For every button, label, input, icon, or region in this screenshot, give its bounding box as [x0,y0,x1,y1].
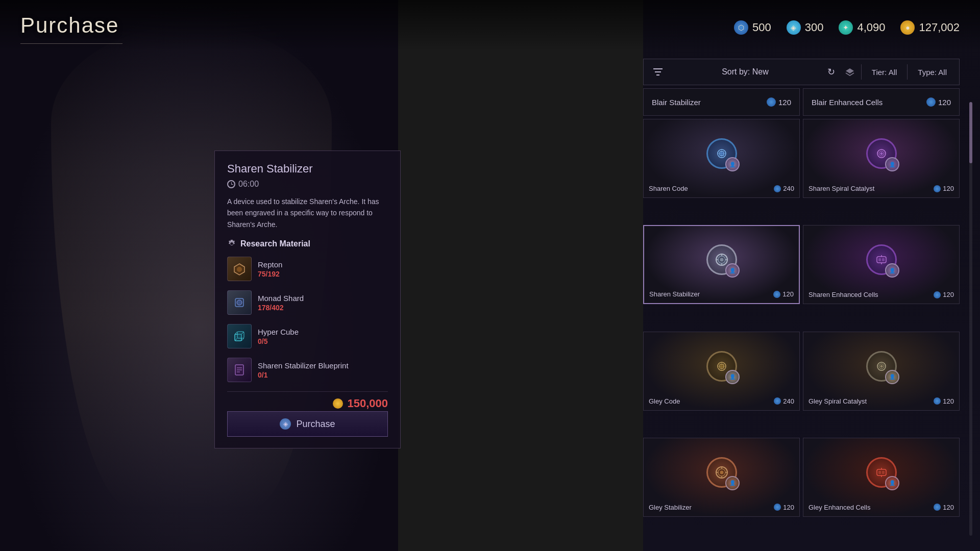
purchase-btn-label: Purchase [296,419,335,430]
gley-enhanced-cells-card[interactable]: 👤 Gley Enhanced Cells 120 [803,438,960,517]
svg-rect-30 [878,258,881,261]
light-blue-icon: ◈ [787,20,801,35]
filter-bar: Sort by: New ↻ Tier: All Type: All [643,59,960,85]
gley-spiral-avatar: 👤 [885,370,899,384]
sharen-stabilizer-card[interactable]: 👤 Sharen Stabilizer 120 [643,225,800,304]
filter-divider-2 [907,64,908,80]
svg-point-3 [237,300,242,305]
gold-value: 127,002 [919,21,960,34]
type-filter-button[interactable]: Type: All [910,59,955,85]
gley-code-avatar: 👤 [725,370,740,384]
gley-stabilizer-price-value: 120 [783,504,794,511]
research-label: Research Material [240,239,310,248]
blair-stabilizer-price: 120 [767,97,791,107]
currency-light-blue: ◈ 300 [787,20,824,35]
blair-stabilizer-price-value: 120 [778,98,791,107]
gley-stabilizer-price-icon [774,504,781,511]
blair-stabilizer-item[interactable]: Blair Stabilizer 120 [643,88,800,116]
gley-spiral-card[interactable]: 👤 Gley Spiral Catalyst 120 [803,332,960,411]
blair-enhanced-cells-price-value: 120 [938,98,951,107]
filter-divider-1 [861,64,862,80]
svg-point-38 [880,365,883,367]
detail-description: A device used to stabilize Sharen's Arch… [227,196,388,230]
svg-point-41 [720,470,723,474]
sharen-code-name: Sharen Code [649,185,688,192]
svg-rect-35 [720,364,724,368]
material-row-blueprint: Sharen Stabilizer Blueprint 0/1 [227,356,388,384]
sharen-stabilizer-price-icon [773,291,780,298]
gley-code-icon-area: 👤 [649,337,794,395]
gley-code-price-value: 240 [783,397,794,405]
svg-point-21 [880,153,883,155]
detail-item-name: Sharen Stabilizer [227,162,388,176]
svg-rect-48 [882,471,885,474]
blueprint-count: 0/1 [258,371,388,379]
gley-stabilizer-card[interactable]: 👤 Gley Stabilizer 120 [643,438,800,517]
sharen-spiral-price-icon [934,185,941,192]
material-row-monad: Monad Shard 178/402 [227,288,388,317]
repton-icon [227,257,252,281]
svg-rect-18 [720,152,724,156]
svg-point-1 [237,267,242,272]
light-blue-value: 300 [805,21,824,34]
blair-enhanced-cells-item[interactable]: Blair Enhanced Cells 120 [803,88,960,116]
layers-button[interactable] [841,63,859,81]
tier-filter-button[interactable]: Tier: All [864,59,905,85]
sharen-code-avatar: 👤 [725,157,740,171]
sharen-stabilizer-price: 120 [773,290,794,298]
blue-gem-icon: ⬡ [734,20,748,35]
sharen-code-price-icon [774,185,781,192]
gley-code-card[interactable]: 👤 Gley Code 240 [643,332,800,411]
gley-cells-icon-area: 👤 [808,443,954,502]
currency-teal: ✦ 4,090 [839,20,885,35]
purchase-btn-icon: ◈ [280,418,291,430]
sharen-cells-price-value: 120 [943,291,954,298]
top-items-row: Blair Stabilizer 120 Blair Enhanced Cell… [643,88,960,116]
sharen-stabilizer-avatar: 👤 [725,263,740,278]
shop-panel: Sort by: New ↻ Tier: All Type: All Blair… [643,59,960,541]
sort-by-button[interactable]: Sort by: New [668,67,822,77]
sharen-code-icon-area: 👤 [649,124,794,183]
gley-cells-price-icon [934,504,941,511]
gley-cells-avatar: 👤 [885,476,899,490]
gear-icon [227,239,236,248]
purchase-button[interactable]: ◈ Purchase [227,411,388,437]
blair-enhanced-cells-price-icon [926,97,936,107]
blue-gem-value: 500 [752,21,771,34]
currency-gold: ● 127,002 [900,20,960,35]
sharen-cells-avatar: 👤 [885,263,899,278]
sharen-cells-price-icon [934,291,941,298]
sharen-stabilizer-name: Sharen Stabilizer [649,290,700,298]
repton-name: Repton [258,260,388,269]
research-header: Research Material [227,239,388,248]
sharen-enhanced-cells-card[interactable]: 👤 Sharen Enhanced Cells 120 [803,225,960,304]
filter-icon-button[interactable] [648,62,668,82]
scrollbar-thumb[interactable] [969,102,972,163]
blair-enhanced-cells-name: Blair Enhanced Cells [812,98,883,107]
sharen-spiral-price-value: 120 [943,185,954,192]
currency-bar: ⬡ 500 ◈ 300 ✦ 4,090 ● 127,002 [734,20,960,35]
sharen-stabilizer-price-value: 120 [782,290,794,298]
gold-icon: ● [900,20,915,35]
monad-icon [227,290,252,315]
gley-code-price-icon [774,397,781,405]
teal-icon: ✦ [839,20,853,35]
sharen-code-card[interactable]: 👤 Sharen Code 240 [643,119,800,198]
svg-rect-31 [882,258,885,261]
sharen-cells-name: Sharen Enhanced Cells [808,291,878,298]
cost-row: 150,000 [227,391,388,410]
sharen-spiral-icon-area: 👤 [808,124,954,183]
gley-code-price: 240 [774,397,794,405]
gley-cells-price-value: 120 [943,504,954,511]
blueprint-name: Sharen Stabilizer Blueprint [258,361,388,370]
sharen-spiral-card[interactable]: 👤 Sharen Spiral Catalyst 120 [803,119,960,198]
detail-time: 06:00 [227,180,388,189]
gley-code-name: Gley Code [649,397,680,405]
gley-spiral-name: Gley Spiral Catalyst [808,397,867,405]
sharen-stabilizer-icon-area: 👤 [649,231,794,288]
refresh-button[interactable]: ↻ [822,63,841,81]
hypercube-name: Hyper Cube [258,328,388,336]
monad-count: 178/402 [258,304,388,312]
material-row-repton: Repton 75/192 [227,255,388,283]
sharen-cells-icon-area: 👤 [808,231,954,289]
